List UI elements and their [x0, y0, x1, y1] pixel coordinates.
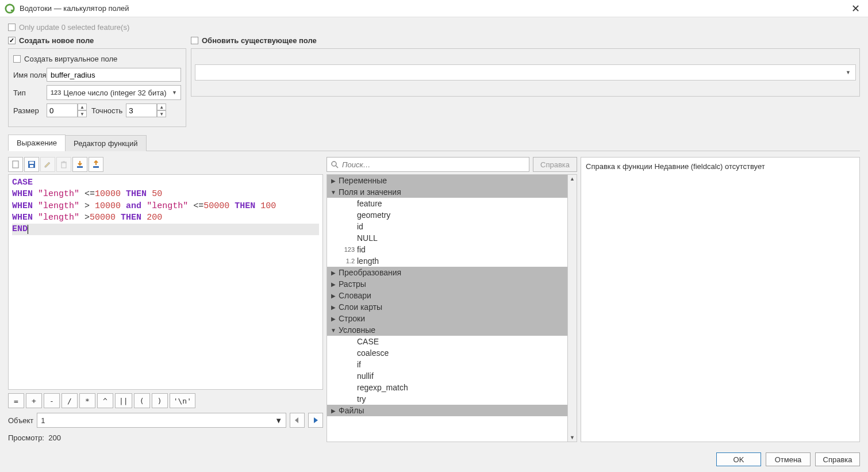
tabs: Выражение Редактор функций — [8, 134, 860, 151]
delete-expression-button — [56, 157, 71, 172]
precision-down[interactable]: ▼ — [157, 110, 166, 117]
show-help-button[interactable]: Справка — [533, 157, 577, 172]
tree-cat-conditionals[interactable]: ▼Условные — [327, 324, 567, 336]
only-update-checkbox — [8, 24, 16, 31]
tree-cat-fields[interactable]: ▼Поля и значения — [327, 186, 567, 198]
size-up[interactable]: ▲ — [78, 103, 87, 110]
close-button[interactable]: ✕ — [848, 2, 863, 15]
field-calculator-window: Водотоки — калькулятор полей ✕ Only upda… — [0, 0, 868, 472]
virtual-field-row[interactable]: Создать виртуальное поле — [13, 55, 181, 63]
tree-cat-variables[interactable]: ▶Переменные — [327, 175, 567, 186]
tree-field-fid[interactable]: 123fid — [327, 244, 567, 255]
precision-label: Точность — [91, 106, 122, 115]
update-existing-panel: ▼ — [191, 48, 860, 97]
op-power[interactable]: ^ — [97, 393, 113, 408]
expression-editor[interactable]: CASE WHEN "length" <=10000 THEN 50 WHEN … — [8, 174, 323, 390]
svg-point-0 — [6, 4, 14, 12]
op-rparen[interactable]: ) — [152, 393, 168, 408]
tree-cat-rasters[interactable]: ▶Растры — [327, 278, 567, 290]
svg-marker-9 — [295, 417, 298, 423]
tree-field-feature[interactable]: feature — [327, 198, 567, 209]
op-lparen[interactable]: ( — [134, 393, 150, 408]
op-divide[interactable]: / — [62, 393, 78, 408]
tree-field-geometry[interactable]: geometry — [327, 209, 567, 221]
svg-point-11 — [332, 162, 336, 166]
update-existing-header: Обновить существующее поле — [202, 36, 317, 45]
size-down[interactable]: ▼ — [78, 110, 87, 117]
only-update-selected-row: Only update 0 selected feature(s) — [8, 23, 860, 32]
tree-cond-case[interactable]: CASE — [327, 336, 567, 347]
tree-field-length[interactable]: 1.2length — [327, 255, 567, 267]
type-prefix-icon: 123 — [51, 89, 61, 96]
feature-prev-button[interactable] — [290, 413, 305, 428]
cancel-button[interactable]: Отмена — [766, 452, 811, 466]
tree-cond-if[interactable]: if — [327, 359, 567, 370]
function-search-box[interactable] — [327, 157, 529, 172]
size-label: Размер — [13, 106, 47, 115]
tree-cond-regexp-match[interactable]: regexp_match — [327, 382, 567, 393]
precision-up[interactable]: ▲ — [157, 103, 166, 110]
svg-rect-8 — [93, 166, 99, 168]
create-new-header-row[interactable]: Создать новое поле — [8, 36, 186, 45]
ok-button[interactable]: OK — [716, 452, 761, 466]
create-new-panel: Создать виртуальное поле Имя поля Тип 12… — [8, 48, 186, 127]
update-existing-checkbox[interactable] — [191, 37, 198, 44]
scroll-down-icon[interactable]: ▼ — [569, 433, 576, 442]
function-tree[interactable]: ▶Переменные ▼Поля и значения feature geo… — [327, 174, 568, 442]
feature-label: Объект — [8, 416, 33, 425]
op-equals[interactable]: = — [8, 393, 24, 408]
virtual-field-checkbox[interactable] — [13, 55, 21, 63]
svg-rect-2 — [13, 161, 18, 168]
tree-scrollbar[interactable]: ▲ ▼ — [568, 174, 577, 442]
update-existing-header-row[interactable]: Обновить существующее поле — [191, 36, 860, 45]
tree-cat-dictionaries[interactable]: ▶Словари — [327, 290, 567, 301]
size-input[interactable] — [47, 103, 78, 117]
feature-value: 1 — [41, 416, 45, 425]
scroll-up-icon[interactable]: ▲ — [569, 175, 576, 183]
qgis-icon — [5, 3, 15, 14]
op-minus[interactable]: - — [44, 393, 60, 408]
export-expression-button[interactable] — [89, 157, 103, 172]
tree-cat-files[interactable]: ▶Файлы — [327, 405, 567, 416]
help-button[interactable]: Справка — [815, 452, 860, 466]
create-new-checkbox[interactable] — [8, 37, 16, 44]
feature-combo[interactable]: 1 ▼ — [37, 413, 286, 428]
tree-cat-conversions[interactable]: ▶Преобразования — [327, 267, 567, 278]
tree-cat-strings[interactable]: ▶Строки — [327, 313, 567, 324]
tree-cond-coalesce[interactable]: coalesce — [327, 347, 567, 359]
size-spinbox[interactable]: ▲ ▼ — [47, 103, 88, 117]
field-name-label: Имя поля — [13, 71, 47, 79]
search-icon — [331, 160, 339, 168]
precision-input[interactable] — [126, 103, 157, 117]
tree-cond-nullif[interactable]: nullif — [327, 370, 567, 382]
field-type-select[interactable]: 123 Целое число (integer 32 бита) ▼ — [47, 85, 181, 100]
tab-function-editor[interactable]: Редактор функций — [65, 135, 146, 151]
tree-cat-maplayers[interactable]: ▶Слои карты — [327, 301, 567, 313]
preview-value: 200 — [48, 433, 61, 442]
virtual-field-label: Создать виртуальное поле — [24, 55, 117, 63]
op-plus[interactable]: + — [26, 393, 42, 408]
tree-field-id[interactable]: id — [327, 221, 567, 232]
help-panel: Справка к функции Недавние (fieldcalc) о… — [581, 157, 860, 442]
function-search-input[interactable] — [342, 160, 525, 169]
op-newline[interactable]: '\n' — [170, 393, 195, 408]
op-concat[interactable]: || — [115, 393, 132, 408]
svg-rect-1 — [11, 9, 14, 11]
feature-next-button[interactable] — [308, 413, 323, 428]
tree-field-null[interactable]: NULL — [327, 232, 567, 244]
field-name-input[interactable] — [47, 68, 181, 82]
op-multiply[interactable]: * — [79, 393, 95, 408]
expression-toolbar — [8, 157, 323, 172]
precision-spinbox[interactable]: ▲ ▼ — [126, 103, 167, 117]
only-update-label: Only update 0 selected feature(s) — [19, 23, 129, 32]
import-expression-button[interactable] — [72, 157, 87, 172]
window-title: Водотоки — калькулятор полей — [20, 4, 129, 13]
tab-expression[interactable]: Выражение — [8, 135, 66, 151]
update-field-select[interactable]: ▼ — [195, 64, 856, 80]
new-expression-button[interactable] — [8, 157, 23, 172]
tree-cond-try[interactable]: try — [327, 393, 567, 405]
edit-expression-button — [40, 157, 55, 172]
save-expression-button[interactable] — [24, 157, 39, 172]
svg-marker-10 — [314, 417, 318, 423]
preview-label: Просмотр: — [8, 433, 44, 442]
